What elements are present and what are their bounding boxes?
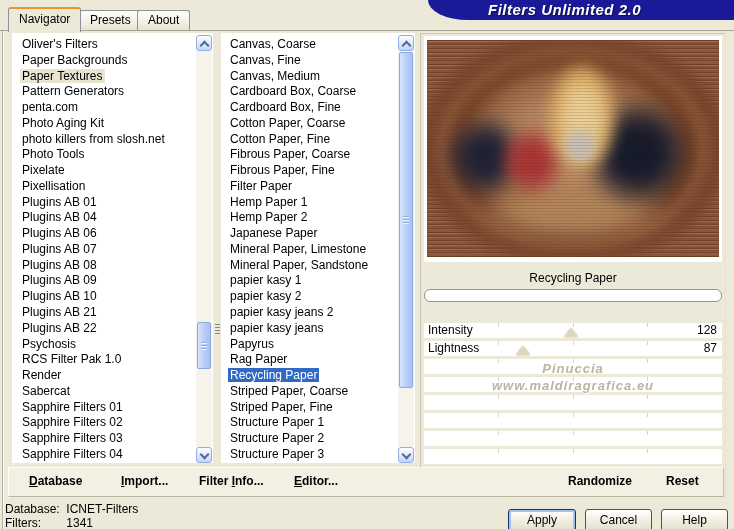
list-item-label[interactable]: Sapphire Filters 04 (20, 447, 125, 461)
list-item[interactable]: Fibrous Paper, Fine (221, 163, 398, 179)
list-item-label[interactable]: Plugins AB 21 (20, 305, 99, 319)
list-item[interactable]: penta.com (12, 100, 196, 116)
list-item-label[interactable]: papier kasy 2 (228, 289, 303, 303)
list-item-label[interactable]: Rag Paper (228, 352, 289, 366)
list-item-label[interactable]: Filter Paper (228, 179, 294, 193)
list-item[interactable]: Sapphire Filters 04 (12, 447, 196, 463)
list-item[interactable]: Structure Paper 2 (221, 431, 398, 447)
list-item-label[interactable]: Hemp Paper 1 (228, 195, 309, 209)
list-item[interactable]: Plugins AB 09 (12, 273, 196, 289)
slider-thumb[interactable] (564, 328, 578, 337)
apply-button[interactable]: Apply (508, 509, 576, 529)
list-item-label[interactable]: RCS Filter Pak 1.0 (20, 352, 123, 366)
texture-list[interactable]: Canvas, CoarseCanvas, FineCanvas, Medium… (221, 33, 415, 463)
list-item[interactable]: Canvas, Coarse (221, 37, 398, 53)
list-item-label[interactable]: Structure Paper 1 (228, 415, 326, 429)
list-item-label[interactable]: Pattern Generators (20, 84, 126, 98)
list-item-label[interactable]: Cardboard Box, Fine (228, 100, 343, 114)
category-scrollbar[interactable] (196, 35, 212, 463)
list-item[interactable]: Mineral Paper, Limestone (221, 242, 398, 258)
list-item-label[interactable]: papier kasy jeans 2 (228, 305, 335, 319)
list-item-label[interactable]: Structure Paper 2 (228, 431, 326, 445)
list-item-label[interactable]: papier kasy 1 (228, 273, 303, 287)
tab-navigator[interactable]: Navigator (8, 7, 81, 32)
list-item[interactable]: papier kasy jeans 2 (221, 305, 398, 321)
list-item[interactable]: Hemp Paper 1 (221, 195, 398, 211)
list-item-label[interactable]: Cardboard Box, Coarse (228, 84, 358, 98)
list-item[interactable]: Cardboard Box, Fine (221, 100, 398, 116)
list-item-label[interactable]: Sapphire Filters 01 (20, 400, 125, 414)
list-item[interactable]: Paper Backgrounds (12, 53, 196, 69)
list-item-label[interactable]: Sapphire Filters 02 (20, 415, 125, 429)
list-item[interactable]: Filter Paper (221, 179, 398, 195)
list-item[interactable]: Plugins AB 06 (12, 226, 196, 242)
list-item[interactable]: Striped Paper, Coarse (221, 384, 398, 400)
list-item[interactable]: papier kasy 1 (221, 273, 398, 289)
list-item-label[interactable]: Plugins AB 10 (20, 289, 99, 303)
list-item[interactable]: Structure Paper 1 (221, 415, 398, 431)
list-item[interactable]: Plugins AB 04 (12, 210, 196, 226)
list-item-label[interactable]: Pixelate (20, 163, 67, 177)
randomize-button[interactable]: Randomize (568, 474, 632, 488)
list-splitter-grip[interactable] (215, 324, 220, 335)
list-item[interactable]: Photo Tools (12, 147, 196, 163)
category-list[interactable]: Oliver's FiltersPaper BackgroundsPaper T… (12, 33, 213, 463)
list-item-label[interactable]: Fibrous Paper, Fine (228, 163, 337, 177)
scrollbar-track[interactable] (398, 51, 414, 447)
list-item[interactable]: Structure Paper 3 (221, 447, 398, 463)
list-item-label[interactable]: Mineral Paper, Sandstone (228, 258, 370, 272)
lightness-slider[interactable]: Lightness 87 (424, 341, 722, 356)
scrollbar-track[interactable] (196, 51, 212, 447)
scrollbar-down-button[interactable] (196, 447, 212, 463)
list-item-label[interactable]: Plugins AB 04 (20, 210, 99, 224)
cancel-button[interactable]: Cancel (585, 509, 652, 529)
slider-thumb[interactable] (516, 346, 530, 355)
list-item[interactable]: papier kasy jeans (221, 321, 398, 337)
list-item[interactable]: Plugins AB 07 (12, 242, 196, 258)
list-item-label[interactable]: Papyrus (228, 337, 276, 351)
list-item[interactable]: Plugins AB 10 (12, 289, 196, 305)
list-item-label[interactable]: Recycling Paper (228, 368, 319, 382)
list-item-label[interactable]: Plugins AB 01 (20, 195, 99, 209)
list-item[interactable]: Psychosis (12, 337, 196, 353)
database-button[interactable]: Database (29, 474, 82, 488)
scrollbar-thumb[interactable] (197, 322, 211, 369)
list-item[interactable]: Fibrous Paper, Coarse (221, 147, 398, 163)
list-item[interactable]: Pixellisation (12, 179, 196, 195)
scrollbar-up-button[interactable] (196, 35, 212, 51)
list-item-label[interactable]: photo killers from slosh.net (20, 132, 167, 146)
list-item[interactable]: Photo Aging Kit (12, 116, 196, 132)
scrollbar-down-button[interactable] (398, 447, 414, 463)
list-item[interactable]: Canvas, Medium (221, 69, 398, 85)
list-item-label[interactable]: Plugins AB 08 (20, 258, 99, 272)
tab-about[interactable]: About (137, 10, 190, 30)
tab-presets[interactable]: Presets (79, 10, 142, 30)
list-item[interactable]: Cotton Paper, Fine (221, 132, 398, 148)
list-item-label[interactable]: Hemp Paper 2 (228, 210, 309, 224)
list-item-label[interactable]: Plugins AB 22 (20, 321, 99, 335)
editor-button[interactable]: Editor... (294, 474, 338, 488)
list-item[interactable]: Sabercat (12, 384, 196, 400)
scrollbar-thumb[interactable] (399, 52, 413, 388)
list-item-label[interactable]: Striped Paper, Coarse (228, 384, 350, 398)
list-item[interactable]: Cardboard Box, Coarse (221, 84, 398, 100)
list-item[interactable]: Canvas, Fine (221, 53, 398, 69)
list-item-label[interactable]: Canvas, Coarse (228, 37, 318, 51)
intensity-slider[interactable]: Intensity 128 (424, 323, 722, 338)
texture-scrollbar[interactable] (398, 35, 414, 463)
list-item-label[interactable]: Plugins AB 07 (20, 242, 99, 256)
list-item-label[interactable]: Mineral Paper, Limestone (228, 242, 368, 256)
list-item-label[interactable]: Paper Backgrounds (20, 53, 129, 67)
list-item-label[interactable]: Psychosis (20, 337, 78, 351)
list-item[interactable]: Render (12, 368, 196, 384)
list-item-label[interactable]: Striped Paper, Fine (228, 400, 335, 414)
list-item-label[interactable]: Canvas, Medium (228, 69, 322, 83)
list-item[interactable]: papier kasy 2 (221, 289, 398, 305)
list-item[interactable]: RCS Filter Pak 1.0 (12, 352, 196, 368)
list-item[interactable]: Plugins AB 21 (12, 305, 196, 321)
list-item-label[interactable]: penta.com (20, 100, 80, 114)
list-item[interactable]: Sapphire Filters 02 (12, 415, 196, 431)
list-item-label[interactable]: Structure Paper 3 (228, 447, 326, 461)
list-item[interactable]: Japanese Paper (221, 226, 398, 242)
list-item-label[interactable]: Japanese Paper (228, 226, 319, 240)
